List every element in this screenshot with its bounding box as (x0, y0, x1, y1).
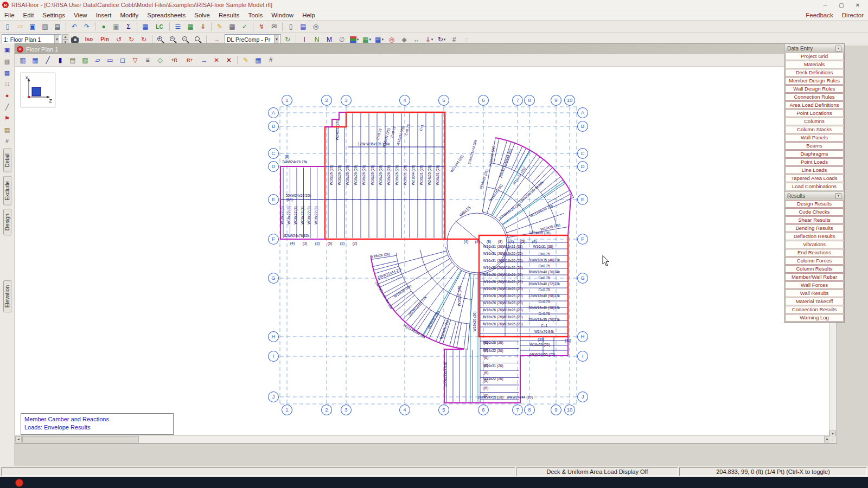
drawing-grid-icon[interactable]: ▦ (2, 68, 12, 78)
new-file-icon[interactable]: ▯ (2, 21, 14, 33)
results-item-shear-results[interactable]: Shear Results (785, 216, 844, 224)
spreadsheet-icon[interactable]: ▦ (252, 55, 264, 66)
results-item-material-takeoff[interactable]: Material TakeOff (785, 298, 844, 305)
menu-window[interactable]: Window (267, 12, 298, 18)
clipboard-icon[interactable]: ▯ (285, 21, 297, 33)
design-icon[interactable]: ✓ (239, 21, 251, 33)
results-collapse-icon[interactable]: ▾ (835, 193, 841, 199)
results-item-vibrations[interactable]: Vibrations (785, 241, 844, 248)
data-entry-item-connection-rules[interactable]: Connection Rules (785, 93, 844, 101)
data-entry-item-columns[interactable]: Columns (785, 118, 844, 125)
horizontal-scrollbar[interactable]: ◄ ► (15, 435, 831, 442)
loads-spreadsheet-icon[interactable]: ⇓ (197, 21, 209, 33)
rotate-r+-button[interactable]: R+ (182, 55, 197, 66)
window-tile-icon[interactable]: ▥ (2, 56, 12, 66)
data-entry-item-point-loads[interactable]: Point Loads (785, 158, 844, 166)
taskbar-app-icon[interactable] (15, 479, 23, 487)
spreadsheets-icon[interactable]: ▦ (226, 21, 238, 33)
results-item-code-checks[interactable]: Code Checks (785, 208, 844, 216)
deck-spreadsheet-icon[interactable]: ▦ (184, 21, 196, 33)
save-icon[interactable]: ▣ (27, 21, 39, 33)
search-icon[interactable]: ◎ (310, 21, 322, 33)
data-entry-item-line-loads[interactable]: Line Loads (785, 166, 844, 174)
graphic-edit-icon[interactable]: ✎ (240, 55, 252, 66)
results-item-wall-forces[interactable]: Wall Forces (785, 281, 844, 289)
layers-icon[interactable]: ▤ (2, 125, 12, 134)
project-grid-icon[interactable]: ▦ (139, 21, 151, 33)
redo-icon[interactable]: ↷ (81, 21, 93, 33)
flag-icon[interactable]: ⚑ (2, 113, 12, 123)
data-entry-item-member-design-rules[interactable]: Member Design Rules (785, 77, 844, 85)
sidebar-tab-elevation[interactable]: Elevation (3, 280, 11, 312)
sidebar-tab-detail[interactable]: Detail (3, 149, 11, 172)
menu-spreadsheets[interactable]: Spreadsheets (143, 12, 190, 18)
results-header[interactable]: Results▾ (785, 192, 844, 200)
graphic-editing-icon[interactable]: ✎ (214, 21, 226, 33)
draw-slab-edge-icon[interactable]: ▱ (92, 55, 104, 66)
menu-file[interactable]: File (0, 12, 19, 18)
merge-icon[interactable]: ◇ (154, 55, 166, 66)
delete-all-icon[interactable]: ✕ (223, 55, 235, 66)
members-spreadsheet-icon[interactable]: ☰ (172, 21, 184, 33)
menu-feedback[interactable]: Feedback (801, 12, 838, 18)
menu-solve[interactable]: Solve (190, 12, 214, 18)
data-entry-item-column-stacks[interactable]: Column Stacks (785, 126, 844, 133)
data-entry-item-deck-definitions[interactable]: Deck Definitions (785, 69, 844, 76)
solve-icon[interactable]: ↯ (256, 21, 267, 33)
menu-insert[interactable]: Insert (92, 12, 116, 18)
minimize-button[interactable]: ─ (817, 1, 833, 9)
menu-tools[interactable]: Tools (244, 12, 267, 18)
model-canvas[interactable]: 74kW24x76 75k50kW24x55 55k82kW24x76 82k(… (15, 67, 831, 437)
results-item-design-results[interactable]: Design Results (785, 200, 844, 208)
draw-deck-icon[interactable]: ▨ (79, 55, 91, 66)
properties-icon[interactable]: # (2, 136, 12, 146)
draw-opening-icon[interactable]: ▭ (104, 55, 116, 66)
globe-icon[interactable]: ● (98, 21, 110, 33)
delete-icon[interactable]: ✕ (210, 55, 222, 66)
floor-plan-titlebar[interactable]: R Floor Plan 1 (15, 44, 837, 54)
results-item-bending-results[interactable]: Bending Results (785, 224, 844, 232)
data-entry-header[interactable]: Data Entry▾ (785, 44, 844, 52)
data-entry-item-project-grid[interactable]: Project Grid (785, 53, 844, 60)
print-icon[interactable]: ▤ (52, 21, 63, 33)
open-folder-icon[interactable]: ▱ (14, 21, 26, 33)
load-combinations-button[interactable]: LC (152, 21, 167, 33)
project-grid-icon[interactable]: ▦ (29, 55, 41, 66)
sidebar-tab-exclude[interactable]: Exclude (3, 176, 11, 206)
draw-beams-icon[interactable]: ╱ (42, 55, 54, 66)
results-item-column-forces[interactable]: Column Forces (785, 257, 844, 265)
copy-icon[interactable]: ▥ (39, 21, 51, 33)
menu-director[interactable]: Director (838, 12, 868, 18)
model-view-icon[interactable]: ▣ (2, 45, 12, 55)
measure-icon[interactable]: ╱ (2, 102, 12, 112)
data-entry-item-wall-panels[interactable]: Wall Panels (785, 134, 844, 142)
menu-help[interactable]: Help (298, 12, 320, 18)
snap-settings-icon[interactable]: ∷ (2, 79, 12, 89)
maximize-button[interactable]: ▢ (833, 1, 850, 9)
sidebar-tab-design[interactable]: Design (3, 209, 11, 235)
data-entry-item-point-locations[interactable]: Point Locations (785, 110, 844, 117)
results-item-warning-log[interactable]: Warning Log (785, 314, 844, 322)
data-entry-item-load-combinations[interactable]: Load Combinations (785, 183, 844, 190)
results-item-wall-results[interactable]: Wall Results (785, 290, 844, 297)
floor-plan-canvas[interactable]: 74kW24x76 75k50kW24x55 55k82kW24x76 82k(… (15, 67, 831, 437)
menu-settings[interactable]: Settings (38, 12, 69, 18)
beam-detail-icon[interactable]: ≡ (142, 55, 154, 66)
draw-walls-icon[interactable]: ▤ (67, 55, 79, 66)
data-entry-item-beams[interactable]: Beams (785, 142, 844, 150)
sum-icon[interactable]: Σ (123, 21, 135, 33)
envelope-icon[interactable]: ✉ (268, 21, 280, 33)
results-item-end-reactions[interactable]: End Reactions (785, 249, 844, 256)
results-item-column-results[interactable]: Column Results (785, 265, 844, 273)
results-item-deflection-results[interactable]: Deflection Results (785, 233, 844, 240)
draw-columns-icon[interactable]: ▮ (54, 55, 66, 66)
undo-icon[interactable]: ↶ (68, 21, 80, 33)
report-icon[interactable]: ▤ (297, 21, 309, 33)
data-entry-item-wall-design-rules[interactable]: Wall Design Rules (785, 85, 844, 93)
draw-region-icon[interactable]: ◻ (117, 55, 129, 66)
data-entry-item-materials[interactable]: Materials (785, 61, 844, 68)
redline-icon[interactable]: ● (2, 91, 12, 100)
results-item-member-wall-rebar[interactable]: Member/Wall Rebar (785, 273, 844, 281)
menu-modify[interactable]: Modify (116, 12, 143, 18)
data-entry-collapse-icon[interactable]: ▾ (835, 46, 841, 52)
